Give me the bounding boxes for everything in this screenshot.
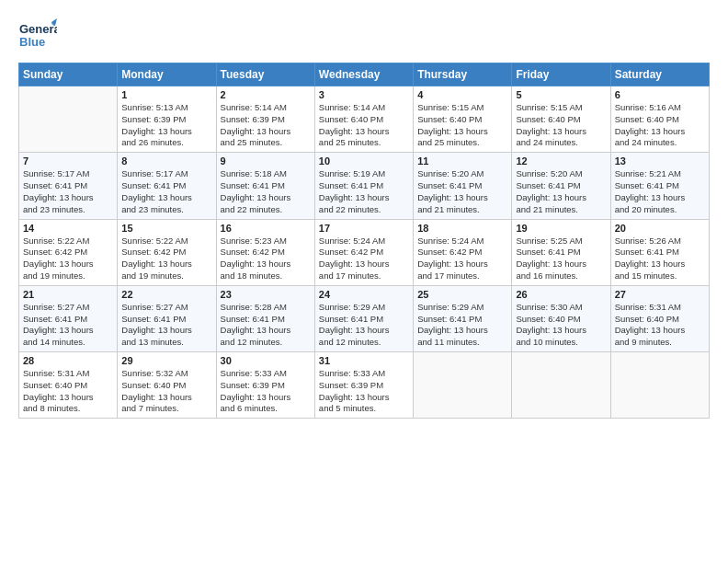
day-info: Sunrise: 5:29 AMSunset: 6:41 PMDaylight:… [319,302,409,349]
day-info: Sunrise: 5:28 AMSunset: 6:41 PMDaylight:… [221,302,311,349]
cell-week2-day6: 13Sunrise: 5:21 AMSunset: 6:41 PMDayligh… [610,153,709,219]
day-number: 18 [417,223,507,234]
calendar-table: SundayMondayTuesdayWednesdayThursdayFrid… [18,63,710,419]
cell-week3-day1: 15Sunrise: 5:22 AMSunset: 6:42 PMDayligh… [118,219,216,285]
day-info: Sunrise: 5:27 AMSunset: 6:41 PMDaylight:… [23,302,113,349]
cell-week3-day5: 19Sunrise: 5:25 AMSunset: 6:41 PMDayligh… [512,219,610,285]
week-row-4: 21Sunrise: 5:27 AMSunset: 6:41 PMDayligh… [19,285,710,351]
day-info: Sunrise: 5:17 AMSunset: 6:41 PMDaylight:… [121,168,211,215]
cell-week1-day1: 1Sunrise: 5:13 AMSunset: 6:39 PMDaylight… [118,86,216,153]
day-info: Sunrise: 5:29 AMSunset: 6:41 PMDaylight:… [417,302,507,349]
cell-week1-day0 [19,86,118,153]
day-number: 4 [417,89,507,100]
day-number: 2 [221,89,311,100]
header-tuesday: Tuesday [216,63,314,86]
cell-week3-day2: 16Sunrise: 5:23 AMSunset: 6:42 PMDayligh… [216,219,314,285]
week-row-3: 14Sunrise: 5:22 AMSunset: 6:42 PMDayligh… [19,219,710,285]
day-number: 28 [23,355,113,366]
day-info: Sunrise: 5:14 AMSunset: 6:39 PMDaylight:… [221,102,311,149]
cell-week3-day3: 17Sunrise: 5:24 AMSunset: 6:42 PMDayligh… [314,219,413,285]
day-info: Sunrise: 5:20 AMSunset: 6:41 PMDaylight:… [516,168,606,215]
day-number: 9 [221,155,311,167]
day-number: 19 [516,223,606,234]
day-info: Sunrise: 5:13 AMSunset: 6:39 PMDaylight:… [121,102,211,149]
day-info: Sunrise: 5:23 AMSunset: 6:42 PMDaylight:… [221,236,311,282]
day-number: 16 [221,223,311,234]
day-number: 27 [615,289,705,300]
logo: General Blue [18,17,57,55]
cell-week5-day3: 31Sunrise: 5:33 AMSunset: 6:39 PMDayligh… [314,352,413,419]
cell-week5-day1: 29Sunrise: 5:32 AMSunset: 6:40 PMDayligh… [118,352,216,419]
day-info: Sunrise: 5:27 AMSunset: 6:41 PMDaylight:… [121,302,211,349]
day-number: 13 [615,155,705,167]
day-number: 24 [319,289,409,300]
day-number: 3 [319,89,409,100]
day-number: 8 [121,155,211,167]
cell-week4-day4: 25Sunrise: 5:29 AMSunset: 6:41 PMDayligh… [414,285,512,351]
cell-week1-day3: 3Sunrise: 5:14 AMSunset: 6:40 PMDaylight… [314,86,413,153]
day-info: Sunrise: 5:20 AMSunset: 6:41 PMDaylight:… [417,168,507,215]
day-info: Sunrise: 5:22 AMSunset: 6:42 PMDaylight:… [23,236,113,282]
day-number: 1 [121,89,211,100]
cell-week4-day3: 24Sunrise: 5:29 AMSunset: 6:41 PMDayligh… [314,285,413,351]
day-number: 25 [417,289,507,300]
cell-week3-day4: 18Sunrise: 5:24 AMSunset: 6:42 PMDayligh… [414,219,512,285]
day-info: Sunrise: 5:31 AMSunset: 6:40 PMDaylight:… [615,302,705,349]
day-number: 15 [121,223,211,234]
day-info: Sunrise: 5:14 AMSunset: 6:40 PMDaylight:… [319,102,409,149]
day-info: Sunrise: 5:19 AMSunset: 6:41 PMDaylight:… [319,168,409,215]
day-number: 17 [319,223,409,234]
day-info: Sunrise: 5:18 AMSunset: 6:41 PMDaylight:… [221,168,311,215]
day-info: Sunrise: 5:33 AMSunset: 6:39 PMDaylight:… [319,368,409,415]
day-info: Sunrise: 5:31 AMSunset: 6:40 PMDaylight:… [23,368,113,415]
day-info: Sunrise: 5:15 AMSunset: 6:40 PMDaylight:… [516,102,606,149]
week-row-2: 7Sunrise: 5:17 AMSunset: 6:41 PMDaylight… [19,153,710,219]
day-info: Sunrise: 5:32 AMSunset: 6:40 PMDaylight:… [121,368,211,415]
day-info: Sunrise: 5:25 AMSunset: 6:41 PMDaylight:… [516,236,606,282]
day-number: 12 [516,155,606,167]
header-thursday: Thursday [414,63,512,86]
cell-week2-day5: 12Sunrise: 5:20 AMSunset: 6:41 PMDayligh… [512,153,610,219]
cell-week4-day6: 27Sunrise: 5:31 AMSunset: 6:40 PMDayligh… [610,285,709,351]
day-number: 22 [121,289,211,300]
day-number: 6 [615,89,705,100]
cell-week1-day2: 2Sunrise: 5:14 AMSunset: 6:39 PMDaylight… [216,86,314,153]
day-info: Sunrise: 5:24 AMSunset: 6:42 PMDaylight:… [417,236,507,282]
day-number: 29 [121,355,211,366]
cell-week5-day6 [610,352,709,419]
day-number: 10 [319,155,409,167]
day-number: 7 [23,155,113,167]
cell-week2-day0: 7Sunrise: 5:17 AMSunset: 6:41 PMDaylight… [19,153,118,219]
day-number: 11 [417,155,507,167]
cell-week1-day4: 4Sunrise: 5:15 AMSunset: 6:40 PMDaylight… [414,86,512,153]
day-info: Sunrise: 5:21 AMSunset: 6:41 PMDaylight:… [615,168,705,215]
header-wednesday: Wednesday [314,63,413,86]
cell-week1-day5: 5Sunrise: 5:15 AMSunset: 6:40 PMDaylight… [512,86,610,153]
day-number: 30 [221,355,311,366]
calendar-header-row: SundayMondayTuesdayWednesdayThursdayFrid… [19,63,710,86]
cell-week5-day4 [414,352,512,419]
day-info: Sunrise: 5:26 AMSunset: 6:41 PMDaylight:… [615,236,705,282]
cell-week5-day0: 28Sunrise: 5:31 AMSunset: 6:40 PMDayligh… [19,352,118,419]
header-sunday: Sunday [19,63,118,86]
day-number: 14 [23,223,113,234]
day-info: Sunrise: 5:33 AMSunset: 6:39 PMDaylight:… [221,368,311,415]
cell-week3-day6: 20Sunrise: 5:26 AMSunset: 6:41 PMDayligh… [610,219,709,285]
header-friday: Friday [512,63,610,86]
day-info: Sunrise: 5:15 AMSunset: 6:40 PMDaylight:… [417,102,507,149]
header-monday: Monday [118,63,216,86]
day-number: 20 [615,223,705,234]
calendar-page: General Blue SundayMondayTuesdayWednesda… [0,0,728,563]
svg-text:General: General [19,22,57,36]
cell-week4-day1: 22Sunrise: 5:27 AMSunset: 6:41 PMDayligh… [118,285,216,351]
cell-week4-day2: 23Sunrise: 5:28 AMSunset: 6:41 PMDayligh… [216,285,314,351]
day-number: 23 [221,289,311,300]
day-number: 21 [23,289,113,300]
cell-week2-day4: 11Sunrise: 5:20 AMSunset: 6:41 PMDayligh… [414,153,512,219]
day-info: Sunrise: 5:22 AMSunset: 6:42 PMDaylight:… [121,236,211,282]
calendar-body: 1Sunrise: 5:13 AMSunset: 6:39 PMDaylight… [19,86,710,419]
cell-week4-day5: 26Sunrise: 5:30 AMSunset: 6:40 PMDayligh… [512,285,610,351]
day-info: Sunrise: 5:17 AMSunset: 6:41 PMDaylight:… [23,168,113,215]
header: General Blue [18,17,710,55]
cell-week2-day2: 9Sunrise: 5:18 AMSunset: 6:41 PMDaylight… [216,153,314,219]
